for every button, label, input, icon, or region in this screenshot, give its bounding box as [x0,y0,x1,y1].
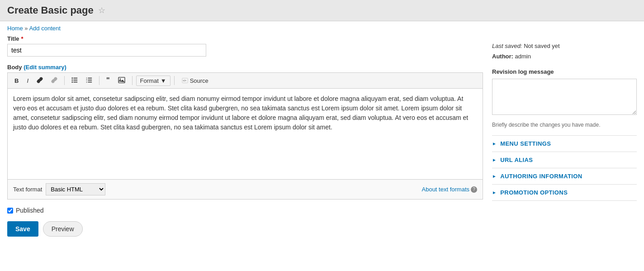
menu-settings-label: MENU SETTINGS [500,140,551,147]
editor-toolbar: B I [8,73,483,89]
toolbar-sep-4 [174,76,175,85]
italic-button[interactable]: I [24,76,32,86]
ul-icon [71,77,78,83]
breadcrumb-add-content[interactable]: Add content [29,25,60,32]
toolbar-sep-1 [64,76,65,85]
revision-log-label: Revision log message [492,67,637,77]
text-format-select[interactable]: Basic HTML Restricted HTML Full HTML Pla… [46,183,105,195]
bold-button[interactable]: B [11,76,22,86]
link-icon [37,77,43,83]
format-chevron-icon: ▼ [161,77,166,84]
edit-summary-link[interactable]: (Edit summary) [24,64,66,71]
ul-button[interactable] [68,75,81,86]
last-saved-value: Not saved yet [524,43,560,49]
preview-button[interactable]: Preview [43,221,83,237]
svg-text:</>: </> [183,79,186,82]
body-field-group: Body (Edit summary) B I [7,64,483,200]
svg-rect-1 [73,80,77,81]
favorite-icon[interactable]: ☆ [98,5,105,15]
menu-settings-header[interactable]: ► MENU SETTINGS [492,136,637,152]
svg-rect-2 [73,81,77,82]
breadcrumb: Home » Add content [0,21,644,35]
title-input[interactable] [7,44,206,57]
svg-point-5 [71,81,73,83]
menu-settings-chevron-icon: ► [492,141,497,146]
text-format-label: Text format [13,186,42,193]
ol-button[interactable]: 1 2 3 [83,75,95,86]
image-button[interactable] [115,75,128,86]
toolbar-sep-2 [99,76,99,85]
svg-text:2: 2 [86,79,87,81]
revision-log-group: Revision log message Briefly describe th… [492,67,637,130]
svg-rect-7 [88,80,92,81]
svg-rect-12 [118,77,125,82]
text-format-row: Text format Basic HTML Restricted HTML F… [13,183,105,195]
unlink-icon [51,77,57,83]
link-button[interactable] [33,75,46,86]
sidebar-section-authoring-information: ► AUTHORING INFORMATION [492,168,637,185]
promotion-options-chevron-icon: ► [492,190,497,195]
published-row: Published [7,207,483,214]
title-label: Title * [7,35,483,42]
promotion-options-header[interactable]: ► PROMOTION OPTIONS [492,185,637,200]
svg-text:1: 1 [86,77,87,79]
breadcrumb-separator: » [24,25,28,32]
editor-body[interactable]: Lorem ipsum dolor sit amet, consetetur s… [8,89,483,179]
sidebar-section-url-alias: ► URL ALIAS [492,152,637,168]
svg-point-3 [71,77,73,79]
svg-text:3: 3 [86,81,87,83]
published-checkbox[interactable] [7,208,13,214]
body-label: Body (Edit summary) [7,64,483,71]
title-field-group: Title * [7,35,483,57]
promotion-options-label: PROMOTION OPTIONS [500,189,568,196]
source-button[interactable]: </> Source [178,76,212,86]
author-row: Author: admin [492,51,637,62]
url-alias-header[interactable]: ► URL ALIAS [492,152,637,168]
editor-container: B I [7,72,483,200]
sidebar-section-menu-settings: ► MENU SETTINGS [492,136,637,152]
image-icon [118,77,125,83]
sidebar-sections: ► MENU SETTINGS ► URL ALIAS ► AUTHORING … [492,136,637,201]
help-icon: ? [471,186,477,193]
revision-hint: Briefly describe the changes you have ma… [492,120,637,130]
sidebar: Last saved: Not saved yet Author: admin … [492,35,637,246]
authoring-info-chevron-icon: ► [492,174,497,179]
about-formats-link[interactable]: About text formats ? [422,186,478,193]
url-alias-label: URL ALIAS [500,157,533,163]
last-saved-label: Last saved: [492,43,522,49]
title-required: * [21,35,24,42]
actions-row: Save Preview [7,221,483,237]
url-alias-chevron-icon: ► [492,157,497,162]
format-button[interactable]: Format ▼ [136,76,170,86]
breadcrumb-home[interactable]: Home [7,25,23,32]
ol-icon: 1 2 3 [86,77,92,83]
authoring-information-header[interactable]: ► AUTHORING INFORMATION [492,168,637,184]
page-header: Create Basic page ☆ [0,0,644,21]
source-icon: </> [182,77,188,84]
authoring-information-label: AUTHORING INFORMATION [500,173,582,180]
toolbar-sep-3 [132,76,133,85]
svg-point-4 [71,79,73,81]
svg-rect-8 [88,81,92,82]
unlink-button[interactable] [48,75,61,86]
author-value: admin [515,53,531,60]
save-button[interactable]: Save [7,221,38,237]
last-saved-row: Last saved: Not saved yet [492,41,637,51]
blockquote-button[interactable]: " [103,75,113,86]
editor-footer: Text format Basic HTML Restricted HTML F… [8,179,483,199]
revision-textarea[interactable] [492,79,637,115]
sidebar-meta: Last saved: Not saved yet Author: admin … [492,35,637,136]
svg-point-13 [119,78,121,80]
content-area: Title * Body (Edit summary) B I [7,35,483,246]
page-title: Create Basic page [7,5,94,16]
published-label[interactable]: Published [16,207,44,214]
sidebar-section-promotion-options: ► PROMOTION OPTIONS [492,185,637,201]
editor-content[interactable]: Lorem ipsum dolor sit amet, consetetur s… [13,94,477,132]
svg-rect-0 [73,77,77,78]
svg-rect-6 [88,77,92,78]
author-label: Author: [492,53,513,60]
